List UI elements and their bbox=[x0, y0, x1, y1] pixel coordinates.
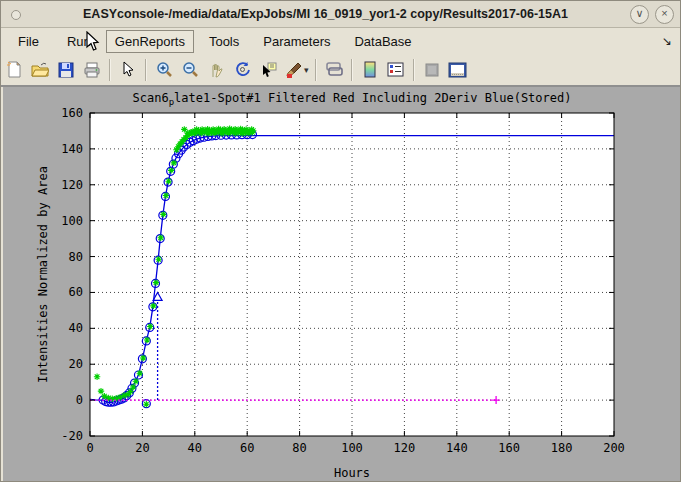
filtered-red-asterisks-green bbox=[249, 129, 255, 135]
filtered-red-asterisks-green bbox=[168, 167, 174, 173]
filtered-red-asterisks-green bbox=[147, 323, 153, 329]
menu-bar: File Run GenReports Tools Parameters Dat… bbox=[1, 28, 681, 54]
brush-icon[interactable] bbox=[282, 58, 306, 82]
filtered-red-asterisks-green bbox=[153, 279, 159, 285]
x-tick-label: 40 bbox=[188, 441, 202, 455]
y-tick-label: 120 bbox=[61, 178, 83, 192]
rotate-3d-icon[interactable] bbox=[230, 58, 254, 82]
toolbar-separator bbox=[315, 59, 317, 81]
x-tick-label: 120 bbox=[394, 441, 416, 455]
growth-curve-plot[interactable]: 020406080100120140160180200-200204060801… bbox=[3, 87, 680, 481]
toolbar-separator bbox=[413, 59, 415, 81]
pointer-icon[interactable] bbox=[116, 58, 140, 82]
x-tick-label: 180 bbox=[551, 441, 573, 455]
y-tick-label: 40 bbox=[69, 321, 83, 335]
y-axis-label: Intensities Normalized by Area bbox=[36, 166, 50, 383]
zoom-in-icon[interactable] bbox=[152, 58, 176, 82]
menu-file[interactable]: File bbox=[9, 30, 48, 53]
filtered-red-asterisks-green bbox=[94, 374, 100, 380]
x-tick-label: 80 bbox=[292, 441, 306, 455]
filtered-red-asterisks-green bbox=[133, 378, 139, 384]
open-folder-icon[interactable] bbox=[28, 58, 52, 82]
toolbar-separator bbox=[351, 59, 353, 81]
filtered-red-asterisks-green bbox=[160, 211, 166, 217]
menu-run[interactable]: Run bbox=[58, 30, 100, 53]
legend-icon[interactable] bbox=[384, 58, 408, 82]
x-tick-label: 0 bbox=[86, 441, 93, 455]
filtered-red-asterisks-green bbox=[143, 401, 149, 407]
plot-title: Scan6plate1-Spot#1 Filtered Red Includin… bbox=[133, 91, 572, 107]
toolbar-separator bbox=[145, 59, 147, 81]
filtered-red-asterisks-green bbox=[130, 384, 136, 390]
filtered-red-asterisks-green bbox=[137, 370, 143, 376]
brush-dropdown-caret-icon[interactable]: ▾ bbox=[304, 65, 309, 75]
filtered-red-asterisks-green bbox=[158, 235, 164, 241]
filtered-red-asterisks-green bbox=[150, 303, 156, 309]
dock-figure-icon[interactable] bbox=[446, 58, 470, 82]
x-axis-label: Hours bbox=[334, 466, 370, 480]
x-tick-label: 100 bbox=[341, 441, 363, 455]
title-bar: EASYconsole-/media/data/ExpJobs/MI 16_09… bbox=[1, 1, 681, 28]
menu-genreports[interactable]: GenReports bbox=[106, 30, 194, 53]
y-tick-label: 60 bbox=[69, 285, 83, 299]
close-button[interactable]: × bbox=[655, 5, 674, 24]
toolbar-separator bbox=[109, 59, 111, 81]
menu-database[interactable]: DataBase bbox=[345, 30, 420, 53]
filtered-red-asterisks-green bbox=[165, 178, 171, 184]
filtered-red-asterisks-green bbox=[171, 160, 177, 166]
y-tick-label: -20 bbox=[61, 429, 83, 443]
menu-overflow-arrow-icon[interactable]: ↘ bbox=[662, 34, 672, 48]
window-menu-icon[interactable] bbox=[11, 10, 21, 20]
figure-area: 020406080100120140160180200-200204060801… bbox=[3, 87, 680, 481]
new-document-icon[interactable] bbox=[2, 58, 26, 82]
minimize-button[interactable]: ∨ bbox=[630, 5, 649, 24]
x-tick-label: 140 bbox=[446, 441, 468, 455]
y-tick-label: 160 bbox=[61, 106, 83, 120]
disabled-square-icon bbox=[420, 58, 444, 82]
window-title: EASYconsole-/media/data/ExpJobs/MI 16_09… bbox=[1, 7, 681, 21]
menu-parameters[interactable]: Parameters bbox=[254, 30, 339, 53]
filtered-red-asterisks-green bbox=[140, 355, 146, 361]
x-tick-label: 200 bbox=[603, 441, 625, 455]
x-tick-label: 60 bbox=[240, 441, 254, 455]
y-tick-label: 140 bbox=[61, 142, 83, 156]
filtered-red-asterisks-green bbox=[98, 388, 104, 394]
colorbar-icon[interactable] bbox=[358, 58, 382, 82]
x-tick-label: 20 bbox=[135, 441, 149, 455]
y-tick-label: 0 bbox=[76, 393, 83, 407]
y-tick-label: 100 bbox=[61, 214, 83, 228]
print-icon[interactable] bbox=[80, 58, 104, 82]
link-plots-icon[interactable] bbox=[322, 58, 346, 82]
filtered-red-asterisks-green bbox=[155, 256, 161, 262]
y-tick-label: 20 bbox=[69, 357, 83, 371]
toolbar: ▾ bbox=[1, 54, 681, 86]
pan-hand-icon[interactable] bbox=[204, 58, 228, 82]
save-icon[interactable] bbox=[54, 58, 78, 82]
menu-tools[interactable]: Tools bbox=[200, 30, 248, 53]
zoom-out-icon[interactable] bbox=[178, 58, 202, 82]
data-cursor-icon[interactable] bbox=[256, 58, 280, 82]
y-tick-label: 80 bbox=[69, 250, 83, 264]
x-tick-label: 160 bbox=[498, 441, 520, 455]
filtered-red-asterisks-green bbox=[163, 192, 169, 198]
filtered-red-asterisks-green bbox=[144, 337, 150, 343]
